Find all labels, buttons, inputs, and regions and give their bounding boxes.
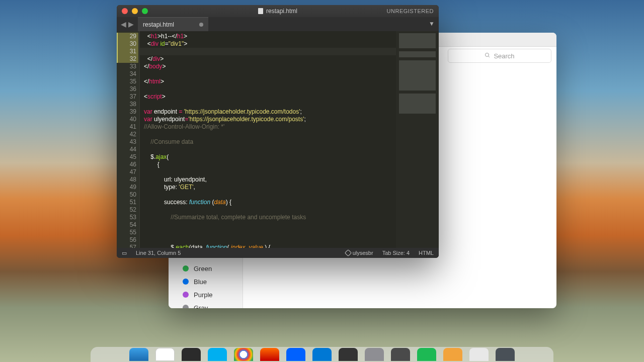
dock-terminal-icon[interactable] (182, 348, 201, 361)
minimap[interactable] (396, 31, 439, 248)
swatch-icon (183, 279, 189, 285)
dock-trash-icon[interactable] (496, 348, 515, 361)
close-icon[interactable] (122, 8, 128, 14)
nav-back-icon[interactable]: ◀ (121, 20, 126, 28)
tab-restapi[interactable]: restapi.html (138, 17, 208, 31)
code-content[interactable]: <h1>h1--</h1> <div id="div1"> </div></bo… (140, 31, 396, 248)
search-icon (485, 52, 491, 60)
title-text: restapi.html (266, 8, 297, 15)
unregistered-label: UNREGISTERED (387, 8, 434, 14)
tag-gray[interactable]: Gray (169, 301, 243, 308)
tab-menu-icon[interactable]: ▼ (429, 20, 435, 27)
swatch-icon (183, 305, 189, 308)
status-syntax[interactable]: HTML (419, 250, 434, 256)
menu-icon[interactable]: ▭ (122, 250, 127, 256)
dock-app6-icon[interactable] (469, 348, 489, 361)
dock-finder-icon[interactable] (129, 348, 148, 361)
tag-blue[interactable]: Blue (169, 275, 243, 288)
dock-app2-icon[interactable] (312, 348, 332, 361)
nav-forward-icon[interactable]: ▶ (128, 20, 134, 28)
dock-chrome-icon[interactable] (234, 348, 253, 361)
dock-skype-icon[interactable] (208, 348, 227, 361)
swatch-icon (183, 292, 189, 298)
minimap-region (399, 33, 436, 48)
minimap-region (399, 94, 436, 114)
tag-label: Blue (194, 278, 207, 286)
dock-app4-icon[interactable] (391, 348, 410, 361)
tab-modified-icon (199, 23, 203, 27)
swatch-icon (183, 265, 189, 272)
tag-green[interactable]: Green (169, 262, 243, 275)
tag-purple[interactable]: Purple (169, 288, 243, 301)
tag-label: Green (194, 265, 212, 273)
search-placeholder: Search (494, 52, 514, 60)
tag-label: Gray (194, 304, 208, 309)
branch-label: ulysesbr (353, 250, 373, 256)
tag-label: Purple (194, 291, 213, 299)
traffic-lights (117, 8, 148, 14)
dock-settings-icon[interactable] (339, 348, 358, 361)
finder-search-field[interactable]: Search (448, 49, 551, 63)
maximize-icon[interactable] (142, 8, 148, 14)
document-icon (258, 8, 263, 14)
status-tabsize[interactable]: Tab Size: 4 (382, 250, 410, 256)
dock-app5-icon[interactable] (443, 348, 462, 361)
sublime-window: restapi.html UNREGISTERED ◀ ▶ restapi.ht… (117, 5, 439, 258)
dock-spotify-icon[interactable] (417, 348, 436, 361)
dock-app-icon[interactable] (260, 348, 279, 361)
dock-calendar-icon[interactable] (155, 348, 175, 361)
editor-area[interactable]: 2930313233343536373839404142434445464748… (117, 31, 439, 248)
tab-label: restapi.html (143, 21, 174, 28)
dock (91, 347, 553, 362)
minimap-region (399, 51, 436, 57)
status-branch[interactable]: ulysesbr (346, 250, 373, 256)
dock-app3-icon[interactable] (365, 348, 384, 361)
sublime-titlebar[interactable]: restapi.html UNREGISTERED (117, 5, 439, 17)
branch-icon (345, 249, 352, 256)
minimize-icon[interactable] (132, 8, 138, 14)
nav-arrows: ◀ ▶ (117, 17, 138, 31)
status-bar: ▭ Line 31, Column 5 ulysesbr Tab Size: 4… (117, 248, 439, 258)
dock-dropbox-icon[interactable] (286, 348, 305, 361)
svg-line-1 (489, 56, 490, 57)
status-position[interactable]: Line 31, Column 5 (136, 250, 181, 256)
minimap-region (399, 60, 436, 90)
line-gutter: 2930313233343536373839404142434445464748… (117, 31, 140, 248)
svg-point-0 (486, 53, 489, 56)
sublime-tabbar: ◀ ▶ restapi.html ▼ (117, 17, 439, 31)
